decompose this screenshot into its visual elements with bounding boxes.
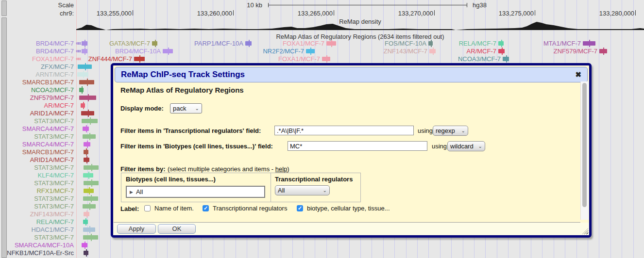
track-item-label[interactable]: STAT3/MCF-7 bbox=[34, 133, 74, 140]
track-item-glyph[interactable] bbox=[583, 41, 595, 46]
track-item-label[interactable]: AR/MCF-7 bbox=[44, 102, 74, 109]
track-item-label[interactable]: NCOA3/MCF-7 bbox=[458, 55, 501, 63]
match-type-select-wildcard[interactable]: wildcard⌄ bbox=[447, 141, 485, 151]
track-item-glyph[interactable] bbox=[78, 64, 92, 69]
track-item-glyph[interactable] bbox=[163, 49, 173, 53]
track-item-label[interactable]: FOXA1/MCF-7 bbox=[283, 40, 324, 47]
track-item-glyph[interactable] bbox=[429, 49, 436, 53]
track-item-glyph[interactable] bbox=[498, 41, 504, 46]
ruler-track-handle[interactable] bbox=[1, 0, 7, 16]
track-item-label[interactable]: HDAC1/MCF-7 bbox=[32, 226, 74, 233]
track-item-glyph[interactable] bbox=[82, 243, 87, 247]
track-item-glyph[interactable] bbox=[84, 150, 88, 154]
track-item-label[interactable]: STAT3/MCF-7 bbox=[34, 234, 74, 241]
track-item-label[interactable]: GATA3/MCF-7 bbox=[109, 40, 150, 47]
track-item-glyph[interactable] bbox=[322, 57, 330, 61]
track-item-label[interactable]: STAT3/MCF-7 bbox=[34, 164, 74, 171]
track-item-label[interactable]: ZNF143/MCF-7 bbox=[384, 48, 427, 55]
track-item-label[interactable]: ZNF444/MCF-7 bbox=[88, 55, 132, 63]
track-item-label[interactable]: ZFX/MCF-7 bbox=[41, 63, 74, 70]
track-item-label[interactable]: PARP1/MCF-10A bbox=[194, 40, 243, 47]
track-item-label[interactable]: RFX1/MCF-7 bbox=[36, 187, 74, 194]
track-item-glyph[interactable] bbox=[82, 41, 87, 46]
track-item-glyph[interactable] bbox=[79, 96, 96, 100]
track-item-glyph[interactable] bbox=[84, 251, 88, 255]
track-item-label[interactable]: ARID1A/MCF-7 bbox=[30, 156, 74, 163]
track-item-label[interactable]: SMARCA4/MCF-7 bbox=[22, 125, 74, 132]
track-item-glyph[interactable] bbox=[79, 88, 84, 92]
track-item-label[interactable]: ZNF579/MCF-7 bbox=[30, 94, 74, 101]
track-item-label[interactable]: STAT3/MCF-7 bbox=[34, 195, 74, 202]
track-item-glyph[interactable] bbox=[134, 57, 145, 61]
track-item-glyph[interactable] bbox=[83, 134, 96, 139]
remap-track-handle[interactable] bbox=[1, 17, 7, 258]
checkbox-unchecked[interactable] bbox=[144, 205, 151, 211]
track-item-label[interactable]: SMARCA4/MCF-7 bbox=[22, 141, 74, 148]
track-item-label[interactable]: BRD4/MCF-10A bbox=[115, 48, 161, 55]
dialog-titlebar[interactable]: ReMap ChIP-seq Track Settings ✖ bbox=[115, 67, 588, 82]
track-item-label[interactable]: ZNF579/MCF-7 bbox=[554, 48, 597, 55]
track-item-glyph[interactable] bbox=[84, 165, 99, 170]
track-item-label[interactable]: FOXA1/MCF-7 bbox=[278, 55, 320, 63]
track-item-glyph[interactable] bbox=[82, 119, 98, 123]
track-item-glyph[interactable] bbox=[503, 57, 509, 61]
track-item-glyph[interactable] bbox=[83, 235, 98, 240]
track-item-label[interactable]: BRD4/MCF-7 bbox=[36, 40, 74, 47]
track-item-glyph[interactable] bbox=[83, 173, 93, 177]
track-item-glyph[interactable] bbox=[79, 80, 94, 84]
track-item-glyph[interactable] bbox=[81, 111, 94, 115]
track-item-glyph[interactable] bbox=[77, 72, 88, 77]
help-link[interactable]: help bbox=[275, 165, 288, 173]
scrollbar-thumb[interactable] bbox=[582, 83, 587, 207]
match-type-select-regexp[interactable]: regexp⌄ bbox=[433, 126, 468, 136]
track-item-label[interactable]: FOS/MCF-10A bbox=[385, 40, 426, 47]
track-item-glyph[interactable] bbox=[84, 181, 99, 185]
track-item-label[interactable]: KLF4/MCF-7 bbox=[38, 172, 74, 179]
track-item-glyph[interactable] bbox=[83, 204, 96, 209]
track-item-label[interactable]: NR2F2/MCF-7 bbox=[263, 48, 304, 55]
track-item-glyph[interactable] bbox=[152, 41, 157, 46]
track-item-glyph[interactable] bbox=[428, 41, 433, 46]
track-item-label[interactable]: SMARCB1/MCF-7 bbox=[22, 79, 74, 86]
track-item-label[interactable]: STAT3/MCF-7 bbox=[34, 203, 74, 210]
track-item-label[interactable]: ARNT/MCF-7 bbox=[35, 71, 74, 78]
filter-regulators-input[interactable] bbox=[274, 126, 414, 135]
track-item-label[interactable]: NFKB1/MCF10A-Er-Src bbox=[7, 249, 74, 257]
resize-handle-icon[interactable] bbox=[582, 228, 588, 234]
track-item-glyph[interactable] bbox=[84, 142, 90, 146]
track-item-label[interactable]: BRD4/MCF-7 bbox=[36, 48, 74, 55]
track-item-glyph[interactable] bbox=[498, 49, 505, 53]
track-item-label[interactable]: RELA/MCF-7 bbox=[36, 218, 74, 226]
biotypes-tree-select[interactable]: ▶ All bbox=[126, 186, 265, 198]
ok-button[interactable]: OK bbox=[158, 224, 196, 234]
track-item-glyph[interactable] bbox=[84, 212, 89, 216]
checkbox-checked[interactable]: ✓ bbox=[203, 205, 209, 211]
track-item-label[interactable]: RELA/MCF-7 bbox=[459, 40, 496, 47]
track-item-label[interactable]: STAT3/MCF-7 bbox=[34, 117, 74, 125]
apply-button[interactable]: Apply bbox=[117, 224, 156, 234]
track-item-glyph[interactable] bbox=[81, 103, 85, 108]
track-item-glyph[interactable] bbox=[84, 189, 94, 193]
filter-biotypes-input[interactable] bbox=[288, 141, 427, 151]
track-item-glyph[interactable] bbox=[83, 220, 88, 224]
track-item-glyph[interactable] bbox=[84, 158, 89, 162]
track-item-glyph[interactable] bbox=[83, 196, 98, 201]
track-item-label[interactable]: STAT3/MCF-7 bbox=[34, 179, 74, 187]
track-item-label[interactable]: SMARCA4/MCF-10A bbox=[15, 242, 74, 249]
track-item-label[interactable]: FOXA1/MCF-7 bbox=[32, 55, 74, 63]
display-mode-select[interactable]: pack⌄ bbox=[170, 103, 202, 113]
track-item-glyph[interactable] bbox=[83, 227, 95, 232]
track-item-glyph[interactable] bbox=[306, 49, 315, 53]
track-item-glyph[interactable] bbox=[83, 127, 89, 131]
track-item-glyph[interactable] bbox=[245, 41, 252, 46]
regulators-select[interactable]: All⌄ bbox=[275, 185, 330, 195]
track-item-label[interactable]: MTA1/MCF-7 bbox=[543, 40, 581, 47]
track-item-label[interactable]: ARID1A/MCF-7 bbox=[30, 110, 74, 117]
track-item-glyph[interactable] bbox=[82, 49, 87, 53]
close-icon[interactable]: ✖ bbox=[575, 67, 581, 82]
track-item-label[interactable]: SMARCB1/MCF-7 bbox=[22, 148, 74, 156]
tree-expander-icon[interactable]: ▶ bbox=[130, 190, 133, 194]
dialog-scrollbar[interactable] bbox=[580, 81, 589, 220]
checkbox-checked[interactable]: ✓ bbox=[297, 205, 303, 211]
track-item-label[interactable]: AR/MCF-7 bbox=[467, 48, 496, 55]
